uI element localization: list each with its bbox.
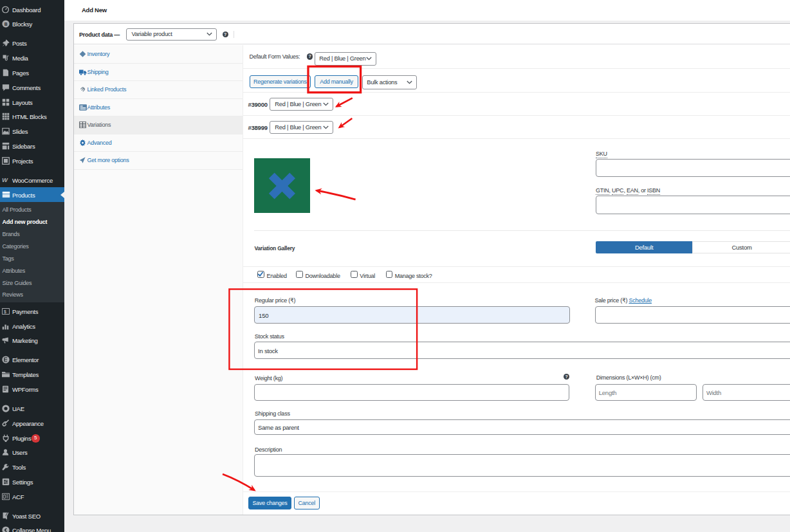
svg-text:W: W	[2, 177, 8, 183]
svg-text:B: B	[5, 22, 8, 26]
svg-text:$: $	[4, 309, 6, 315]
